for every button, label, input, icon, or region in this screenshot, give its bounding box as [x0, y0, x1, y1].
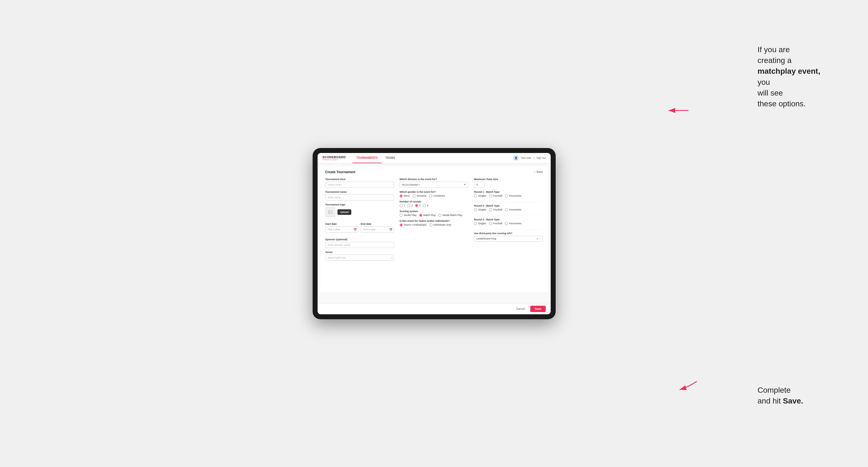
scoring-stroke[interactable]: Stroke Play: [400, 214, 416, 217]
right-section: Maximum Team Size Round 1 - Match Type S…: [474, 178, 543, 263]
round-1-radio[interactable]: [400, 204, 403, 207]
round1-foursomes[interactable]: Foursomes: [505, 194, 521, 197]
round3-singles[interactable]: Singles: [474, 222, 486, 225]
scoring-medal[interactable]: Medal Match Play: [438, 214, 462, 217]
main-content: Create Tournament ‹ Back Tournament Host: [318, 163, 551, 303]
teams-individuals-label: Individuals Only: [434, 223, 451, 226]
tournament-host-group: Tournament Host: [325, 178, 394, 188]
rounds-label: Number of rounds: [400, 200, 468, 203]
middle-section: Which division is the event for? NCAA Di…: [400, 178, 468, 263]
round-4-radio[interactable]: [423, 204, 426, 207]
round3-fourball-radio[interactable]: [489, 222, 492, 225]
svg-rect-0: [329, 211, 332, 214]
gender-combined-radio[interactable]: [429, 194, 432, 197]
round1-singles[interactable]: Singles: [474, 194, 486, 197]
round1-foursomes-radio[interactable]: [505, 194, 508, 197]
api-tag-container: Leaderboard King ✕ ›: [474, 236, 543, 242]
form-header: Create Tournament ‹ Back: [325, 170, 543, 174]
teams-teams-label: Teams (+Individuals): [404, 223, 427, 226]
round2-foursomes[interactable]: Foursomes: [505, 208, 521, 211]
max-team-input[interactable]: [474, 182, 485, 188]
end-date-group: End date 📅: [361, 223, 394, 232]
scoring-medal-radio[interactable]: [438, 214, 441, 217]
round2-singles-radio[interactable]: [474, 208, 477, 211]
back-arrow-icon: ‹: [534, 170, 535, 174]
user-name: Test User: [521, 157, 531, 159]
gender-combined[interactable]: Combined: [429, 194, 445, 197]
round3-foursomes[interactable]: Foursomes: [505, 222, 521, 225]
upload-button[interactable]: Upload: [338, 209, 351, 215]
teams-label: Is this event for Teams and/or Individua…: [400, 220, 468, 222]
tab-tournaments[interactable]: TOURNAMENTS: [352, 153, 382, 163]
nav-right: 👤 Test User | Sign out: [513, 155, 546, 161]
cancel-button[interactable]: Cancel: [514, 306, 527, 312]
signout-link[interactable]: Sign out: [536, 157, 546, 159]
sponsor-input[interactable]: [325, 242, 394, 248]
annotation-top-line1: If you arecreating amatchplay event, you…: [757, 45, 820, 108]
api-close-icon[interactable]: ✕ ›: [536, 237, 540, 240]
back-link[interactable]: ‹ Back: [534, 170, 543, 174]
round3-foursomes-radio[interactable]: [505, 222, 508, 225]
chevron-down-icon: ▾: [391, 256, 393, 259]
round1-fourball-radio[interactable]: [489, 194, 492, 197]
round2-foursomes-label: Foursomes: [509, 208, 521, 211]
annotation-top-right: If you arecreating amatchplay event, you…: [757, 44, 835, 109]
end-date-label: End date: [361, 223, 394, 225]
logo-area: SCOREBOARD Powered by clippit: [322, 156, 346, 160]
scoring-stroke-radio[interactable]: [400, 214, 403, 217]
gender-womens[interactable]: Womens: [412, 194, 426, 197]
division-select[interactable]: NCAA Division I: [400, 182, 468, 188]
divider-2: [474, 216, 543, 216]
left-section: Tournament Host Tournament name Tourname…: [325, 178, 394, 263]
round-4[interactable]: 4: [423, 204, 428, 207]
round3-singles-label: Singles: [478, 222, 486, 225]
arrow-bottom: [677, 379, 700, 393]
tournament-logo-group: Tournament logo Upload: [325, 203, 394, 220]
scoring-match[interactable]: Match Play: [419, 214, 436, 217]
max-team-label: Maximum Team Size: [474, 178, 543, 181]
tournament-host-label: Tournament Host: [325, 178, 394, 181]
division-group: Which division is the event for? NCAA Di…: [400, 178, 468, 188]
round2-fourball-radio[interactable]: [489, 208, 492, 211]
tournament-name-input[interactable]: [325, 194, 394, 200]
round3-foursomes-label: Foursomes: [509, 222, 521, 225]
save-button[interactable]: Save: [530, 306, 546, 312]
logo-sub: Powered by clippit: [322, 159, 346, 160]
round1-fourball[interactable]: Fourball: [489, 194, 502, 197]
avatar: 👤: [513, 155, 519, 161]
gender-group: Which gender is the event for? Mens Wome…: [400, 191, 468, 197]
round1-match-section: Round 1 - Match Type Singles Fourball: [474, 191, 543, 197]
round-3-label: 3: [419, 204, 421, 207]
gender-womens-radio[interactable]: [412, 194, 415, 197]
round-2-radio[interactable]: [407, 204, 410, 207]
gender-combined-label: Combined: [433, 194, 445, 197]
round2-singles[interactable]: Singles: [474, 208, 486, 211]
scoring-group: Scoring system Stroke Play Match Play: [400, 210, 468, 217]
round3-singles-radio[interactable]: [474, 222, 477, 225]
teams-teams[interactable]: Teams (+Individuals): [400, 223, 427, 226]
round2-fourball[interactable]: Fourball: [489, 208, 502, 211]
scoring-match-radio[interactable]: [419, 214, 422, 217]
round-3-radio[interactable]: [415, 204, 418, 207]
tournament-name-group: Tournament name: [325, 191, 394, 200]
teams-individuals[interactable]: Individuals Only: [429, 223, 451, 226]
round1-singles-radio[interactable]: [474, 194, 477, 197]
sponsor-label: Sponsor (optional): [325, 238, 394, 241]
gender-label: Which gender is the event for?: [400, 191, 468, 193]
teams-radio-group: Teams (+Individuals) Individuals Only: [400, 223, 468, 226]
end-date-wrapper: 📅: [361, 226, 394, 232]
logo-text: SCOREBOARD: [322, 156, 346, 159]
round2-foursomes-radio[interactable]: [505, 208, 508, 211]
round-3[interactable]: 3: [415, 204, 421, 207]
round-2[interactable]: 2: [407, 204, 413, 207]
teams-teams-radio[interactable]: [400, 223, 403, 226]
venue-select-wrapper: ▾: [325, 255, 394, 261]
round-1[interactable]: 1: [400, 204, 405, 207]
teams-individuals-radio[interactable]: [429, 223, 432, 226]
gender-mens[interactable]: Mens: [400, 194, 410, 197]
tournament-host-input[interactable]: [325, 182, 394, 188]
round3-fourball[interactable]: Fourball: [489, 222, 502, 225]
gender-mens-radio[interactable]: [400, 194, 403, 197]
venue-input[interactable]: [325, 255, 394, 261]
tab-teams[interactable]: TEAMS: [382, 153, 399, 163]
